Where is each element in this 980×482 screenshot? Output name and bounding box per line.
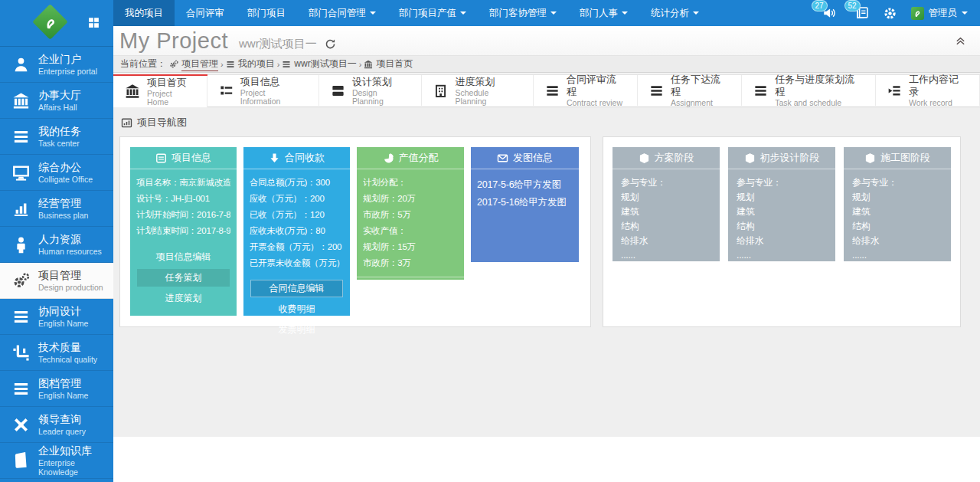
page-header: My Project wwr测试项目一 bbox=[113, 26, 980, 55]
menu-icon bbox=[545, 84, 560, 98]
schedule-planning-button[interactable]: 进度策划 bbox=[137, 290, 230, 307]
caret-down-icon bbox=[370, 11, 376, 18]
tab-project-information[interactable]: 项目信息Project Information bbox=[207, 75, 319, 106]
tab-contract-review[interactable]: 合同评审流程Contract review bbox=[534, 75, 638, 106]
sidebar-item-drawing-archive[interactable]: 图档管理English Name bbox=[0, 371, 113, 407]
stage-card-construction-drawing: 施工图阶段 参与专业： 规划 建筑 结构 给排水 ...... bbox=[844, 147, 951, 261]
monitor-icon bbox=[8, 164, 33, 182]
gears-icon bbox=[8, 272, 33, 290]
refresh-icon[interactable] bbox=[325, 38, 336, 50]
topbar-item-contract-review[interactable]: 合同评审 bbox=[175, 0, 236, 26]
tab-bar: 项目首页Project Home 项目信息Project Information… bbox=[113, 74, 980, 107]
main-area: My Project wwr测试项目一 当前位置： 项目管理 › 我的项目 › … bbox=[113, 26, 980, 482]
menu-icon bbox=[226, 60, 235, 69]
server-icon bbox=[331, 84, 345, 98]
documents-badge: 52 bbox=[844, 0, 861, 11]
breadcrumb-project[interactable]: wwr测试项目一 bbox=[282, 57, 356, 70]
menu-icon bbox=[8, 380, 33, 398]
project-info-card-body: 项目名称：南京新城改造项目 设计号：JH-归-001 计划开始时间：2016-7… bbox=[130, 169, 237, 245]
project-info-card-header: 项目信息 bbox=[130, 147, 237, 169]
sidebar-item-collaborative-design[interactable]: 协同设计English Name bbox=[0, 299, 113, 335]
speaker-icon[interactable]: 27 bbox=[822, 6, 836, 20]
admin-menu[interactable]: 管理员 bbox=[911, 7, 969, 20]
tab-assignment[interactable]: 任务下达流程Assignment bbox=[638, 75, 742, 106]
breadcrumb-separator: › bbox=[220, 60, 224, 69]
caret-down-icon bbox=[962, 11, 968, 18]
sidebar-item-human-resources[interactable]: 人力资源Human resources bbox=[0, 227, 113, 263]
caret-down-icon bbox=[550, 11, 557, 18]
project-info-card: 项目信息 项目名称：南京新城改造项目 设计号：JH-归-001 计划开始时间：2… bbox=[130, 147, 237, 316]
invoice-detail-button[interactable]: 发票明细 bbox=[250, 321, 343, 339]
cube-icon bbox=[864, 152, 876, 164]
bank-icon bbox=[8, 92, 33, 110]
sidebar-item-affairs-hall[interactable]: 办事大厅Affairs Hall bbox=[0, 83, 113, 119]
user-icon bbox=[8, 56, 33, 74]
stage-card-header: 方案阶段 bbox=[612, 147, 720, 169]
sidebar-item-leader-query[interactable]: 领导查询Leader query bbox=[0, 407, 113, 443]
topbar: 我的项目 合同评审 部门项目 部门合同管理 部门项目产值 部门客协管理 部门人事… bbox=[113, 0, 980, 26]
fee-detail-button[interactable]: 收费明细 bbox=[250, 300, 343, 318]
brand-logo-small-icon bbox=[911, 7, 924, 20]
admin-label: 管理员 bbox=[929, 7, 958, 20]
apps-grid-icon[interactable] bbox=[87, 16, 100, 29]
drawing-card-body: 2017-5-6给甲方发图 2017-5-16给甲方发图 bbox=[471, 169, 579, 262]
pie-chart-icon bbox=[383, 152, 394, 164]
tab-task-schedule[interactable]: 任务与进度策划流程Task and schedule bbox=[742, 75, 876, 106]
drawing-card-header: 发图信息 bbox=[471, 147, 579, 169]
caret-down-icon bbox=[622, 11, 628, 18]
navigation-panels: 项目信息 项目名称：南京新城改造项目 设计号：JH-归-001 计划开始时间：2… bbox=[119, 136, 980, 327]
topbar-item-dept-client-mgmt[interactable]: 部门客协管理 bbox=[478, 0, 568, 26]
breadcrumb-my-projects[interactable]: 我的项目 bbox=[226, 57, 275, 70]
topbar-item-my-projects[interactable]: 我的项目 bbox=[113, 0, 175, 26]
collapse-panel-icon[interactable] bbox=[955, 35, 966, 47]
project-subtitle: wwr测试项目一 bbox=[239, 37, 317, 51]
crop-icon bbox=[8, 344, 33, 362]
breadcrumb-separator: › bbox=[277, 60, 280, 69]
contract-card-header: 合同收款 bbox=[243, 147, 350, 169]
topbar-item-dept-hr[interactable]: 部门人事 bbox=[568, 0, 639, 26]
menu-icon bbox=[8, 128, 33, 146]
contract-info-edit-button[interactable]: 合同信息编辑 bbox=[250, 280, 343, 297]
download-icon bbox=[269, 152, 280, 164]
cube-icon bbox=[639, 152, 650, 164]
tab-schedule-planning[interactable]: 进度策划Schedule Planning bbox=[422, 75, 534, 106]
sidebar-item-technical-quality[interactable]: 技术质量Technical quality bbox=[0, 335, 113, 371]
topbar-item-dept-contract-mgmt[interactable]: 部门合同管理 bbox=[297, 0, 387, 26]
tab-work-record[interactable]: 工作内容记录Work record bbox=[876, 75, 980, 106]
notification-badge: 27 bbox=[812, 0, 828, 11]
sidebar-item-project-management[interactable]: 项目管理Design production bbox=[0, 263, 113, 299]
output-allocation-detail-button[interactable]: 计划产值分配明细 bbox=[364, 283, 457, 300]
sidebar-item-enterprise-portal[interactable]: 企业门户Enterprise portal bbox=[0, 47, 113, 83]
page-title: My Project bbox=[119, 28, 228, 54]
documents-icon[interactable]: 52 bbox=[855, 6, 869, 20]
sidebar-item-colligate-office[interactable]: 综合办公Colligate Office bbox=[0, 155, 113, 191]
output-card-body: 计划分配： 规划所：20万 市政所：5万 实收产值： 规划所：15万 市政所：3… bbox=[357, 169, 464, 277]
topbar-item-dept-projects[interactable]: 部门项目 bbox=[236, 0, 297, 26]
breadcrumb-project-home[interactable]: 项目首页 bbox=[364, 57, 413, 70]
contract-card-body: 合同总额(万元)：300 应收（万元）：200 已收（万元）：120 应收未收(… bbox=[243, 169, 350, 277]
book-icon bbox=[8, 452, 33, 470]
sidebar-item-enterprise-knowledge[interactable]: 企业知识库Enterprise Knowledge bbox=[0, 443, 113, 479]
gears-icon bbox=[169, 60, 178, 69]
tab-project-home[interactable]: 项目首页Project Home bbox=[113, 75, 207, 107]
breadcrumb-project-management[interactable]: 项目管理 bbox=[169, 57, 218, 71]
list-arrow-icon bbox=[887, 84, 902, 98]
menu-icon bbox=[8, 308, 33, 326]
gear-icon[interactable] bbox=[884, 7, 897, 20]
stage-card-concept: 方案阶段 参与专业： 规划 建筑 结构 给排水 ...... bbox=[612, 147, 720, 261]
breadcrumb: 当前位置： 项目管理 › 我的项目 › wwr测试项目一 › 项目首页 bbox=[113, 55, 980, 73]
bank-icon bbox=[364, 60, 373, 69]
stage-card-body: 参与专业： 规划 建筑 结构 给排水 ...... bbox=[612, 169, 720, 269]
topbar-item-statistics[interactable]: 统计分析 bbox=[639, 0, 710, 26]
topbar-item-dept-output[interactable]: 部门项目产值 bbox=[387, 0, 478, 26]
sidebar-item-task-center[interactable]: 我的任务Task center bbox=[0, 119, 113, 155]
sidebar-item-business-plan[interactable]: 经营管理Business plan bbox=[0, 191, 113, 227]
tab-design-planning[interactable]: 设计策划Design Planning bbox=[319, 75, 423, 106]
task-planning-button[interactable]: 任务策划 bbox=[137, 269, 230, 287]
menu-icon bbox=[282, 60, 291, 69]
drawing-info-card: 发图信息 2017-5-6给甲方发图 2017-5-16给甲方发图 bbox=[471, 147, 579, 262]
project-info-edit-button[interactable]: 项目信息编辑 bbox=[137, 248, 230, 266]
caret-down-icon bbox=[693, 11, 699, 18]
chart-box-icon bbox=[121, 117, 132, 129]
stage-card-header: 施工图阶段 bbox=[844, 147, 951, 169]
